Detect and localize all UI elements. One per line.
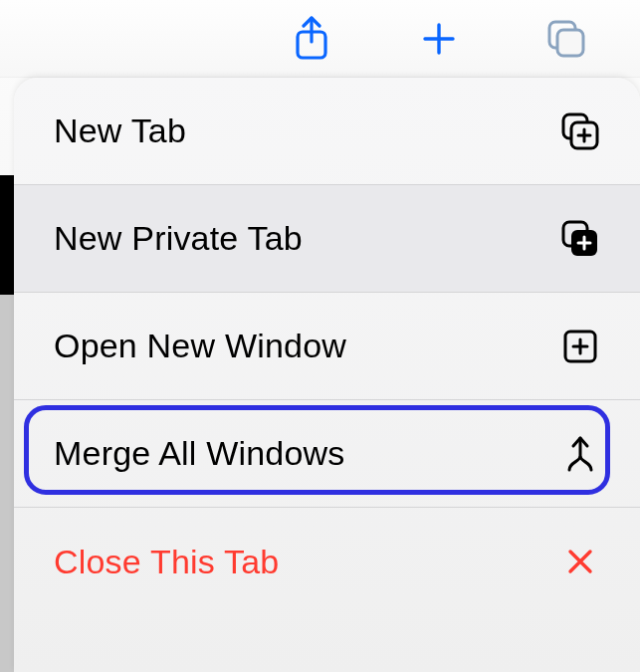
menu-item-new-private-tab[interactable]: New Private Tab: [14, 185, 640, 293]
menu-item-label: New Private Tab: [54, 219, 560, 258]
plus-icon: [420, 20, 458, 58]
menu-item-close-this-tab[interactable]: Close This Tab: [14, 508, 640, 615]
context-menu: New Tab New Private Tab Open New Win: [14, 78, 640, 672]
menu-item-label: New Tab: [54, 112, 560, 150]
new-private-tab-icon: [560, 219, 600, 259]
menu-item-new-tab[interactable]: New Tab: [14, 78, 640, 185]
menu-item-open-new-window[interactable]: Open New Window: [14, 293, 640, 400]
tabs-overview-button[interactable]: [544, 17, 588, 61]
menu-item-label: Close This Tab: [54, 543, 560, 581]
background-sliver-dark: [0, 175, 14, 295]
close-icon: [560, 542, 600, 581]
tabs-icon: [545, 18, 587, 60]
menu-item-merge-all-windows[interactable]: Merge All Windows: [14, 400, 640, 508]
app-frame: New Tab New Private Tab Open New Win: [0, 0, 640, 672]
share-button[interactable]: [290, 17, 333, 61]
new-tab-toolbar-button[interactable]: [417, 17, 461, 61]
menu-item-label: Open New Window: [54, 327, 560, 365]
background-sliver-grey: [0, 295, 14, 672]
toolbar: [0, 0, 640, 78]
merge-icon: [560, 434, 600, 474]
svg-rect-2: [557, 30, 583, 56]
new-window-icon: [560, 327, 600, 366]
new-tab-icon: [560, 112, 600, 151]
menu-item-label: Merge All Windows: [54, 434, 560, 473]
share-icon: [293, 16, 330, 62]
